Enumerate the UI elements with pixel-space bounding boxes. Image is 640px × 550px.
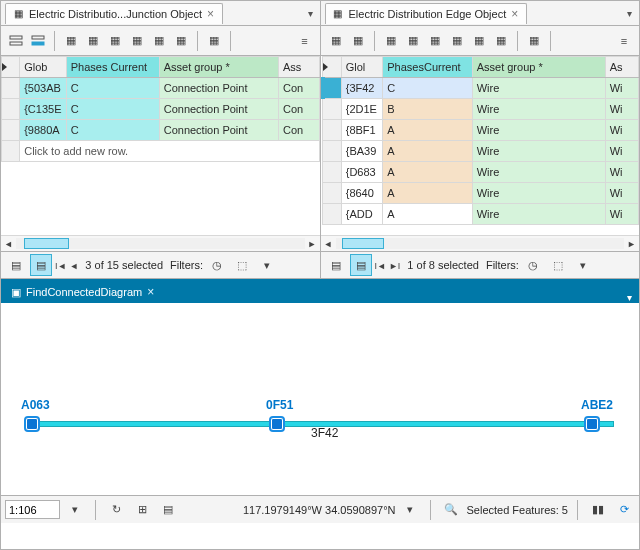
- table-row[interactable]: {8640AWireWi: [323, 183, 639, 204]
- basemap-icon[interactable]: ▤: [157, 499, 179, 521]
- row-header[interactable]: [323, 78, 342, 99]
- cell[interactable]: {9880A: [20, 120, 67, 141]
- cell[interactable]: C: [383, 78, 472, 99]
- add-tool-icon[interactable]: ▦: [380, 30, 402, 52]
- close-icon[interactable]: ×: [511, 8, 518, 20]
- cell[interactable]: A: [383, 141, 472, 162]
- cell[interactable]: Wire: [472, 204, 605, 225]
- first-icon[interactable]: I◄: [55, 261, 66, 271]
- scale-input[interactable]: [5, 500, 60, 519]
- next-icon[interactable]: ►I: [389, 261, 400, 271]
- filter-time-icon[interactable]: ◷: [206, 254, 228, 276]
- tab-diagram[interactable]: ▣ FindConnectedDiagram ×: [5, 281, 163, 303]
- cell[interactable]: Wi: [605, 78, 638, 99]
- scroll-right-icon[interactable]: ►: [305, 236, 320, 251]
- add-tool-icon[interactable]: ▦: [60, 30, 82, 52]
- table-row[interactable]: {503ABCConnection PointCon: [2, 78, 320, 99]
- corner-cell[interactable]: [2, 57, 20, 78]
- prev-icon[interactable]: ◄: [69, 261, 78, 271]
- row-header[interactable]: [323, 99, 342, 120]
- cell[interactable]: C: [66, 78, 159, 99]
- cell[interactable]: Connection Point: [159, 99, 278, 120]
- cell[interactable]: Wire: [472, 141, 605, 162]
- tab-junction[interactable]: ▦ Electric Distributio...Junction Object…: [5, 3, 223, 24]
- cell[interactable]: Wi: [605, 99, 638, 120]
- col-asset-group[interactable]: Asset group *: [472, 57, 605, 78]
- row-header[interactable]: [323, 120, 342, 141]
- tabstrip-dropdown-icon[interactable]: ▾: [624, 292, 635, 303]
- cell[interactable]: A: [383, 120, 472, 141]
- zoom-tool-icon[interactable]: ▦: [490, 30, 512, 52]
- pause-icon[interactable]: ▮▮: [587, 499, 609, 521]
- hscroll-right[interactable]: ◄ ►: [321, 235, 640, 251]
- rotate-icon[interactable]: ↻: [105, 499, 127, 521]
- cell[interactable]: Wi: [605, 120, 638, 141]
- cell[interactable]: {C135E: [20, 99, 67, 120]
- diagram-node[interactable]: [271, 418, 283, 430]
- col-phases[interactable]: PhasesCurrent: [383, 57, 472, 78]
- filter-extent-icon[interactable]: ⬚: [547, 254, 569, 276]
- row-header[interactable]: [323, 141, 342, 162]
- filter-time-icon[interactable]: ◷: [522, 254, 544, 276]
- clear-tool-icon[interactable]: ▦: [468, 30, 490, 52]
- cell[interactable]: Wire: [472, 78, 605, 99]
- diagram-node[interactable]: [586, 418, 598, 430]
- cell[interactable]: Con: [279, 99, 319, 120]
- col-glob[interactable]: Glol: [341, 57, 383, 78]
- tabstrip-dropdown-icon[interactable]: ▾: [305, 8, 316, 19]
- table-row[interactable]: {3F42CWireWi: [323, 78, 639, 99]
- table-row[interactable]: {8BF1AWireWi: [323, 120, 639, 141]
- snap-icon[interactable]: ⊞: [131, 499, 153, 521]
- scroll-right-icon[interactable]: ►: [624, 236, 639, 251]
- cell[interactable]: Wire: [472, 183, 605, 204]
- tabstrip-dropdown-icon[interactable]: ▾: [624, 8, 635, 19]
- cell[interactable]: {8640: [341, 183, 383, 204]
- scroll-left-icon[interactable]: ◄: [1, 236, 16, 251]
- table-row[interactable]: {BA39AWireWi: [323, 141, 639, 162]
- menu-icon[interactable]: ≡: [294, 30, 316, 52]
- table-row[interactable]: {9880ACConnection PointCon: [2, 120, 320, 141]
- cell[interactable]: Wi: [605, 141, 638, 162]
- field-tool2-icon[interactable]: ▦: [347, 30, 369, 52]
- copy-tool-icon[interactable]: ▦: [104, 30, 126, 52]
- cell[interactable]: Con: [279, 120, 319, 141]
- filter-funnel-icon[interactable]: ▾: [572, 254, 594, 276]
- cell[interactable]: {ADD: [341, 204, 383, 225]
- cell[interactable]: Con: [279, 78, 319, 99]
- field-tool2-icon[interactable]: [27, 30, 49, 52]
- filter-extent-icon[interactable]: ⬚: [231, 254, 253, 276]
- clear-tool-icon[interactable]: ▦: [148, 30, 170, 52]
- refresh-icon[interactable]: ⟳: [613, 499, 635, 521]
- cell[interactable]: {2D1E: [341, 99, 383, 120]
- cell[interactable]: {D683: [341, 162, 383, 183]
- col-ass[interactable]: As: [605, 57, 638, 78]
- diagram-canvas[interactable]: 3F42 A0630F51ABE2: [1, 303, 639, 495]
- cell[interactable]: A: [383, 183, 472, 204]
- cell[interactable]: Wire: [472, 162, 605, 183]
- cell[interactable]: Wire: [472, 120, 605, 141]
- copy-tool-icon[interactable]: ▦: [424, 30, 446, 52]
- view-selected-icon[interactable]: ▤: [350, 254, 372, 276]
- row-header[interactable]: [2, 78, 20, 99]
- hscroll-left[interactable]: ◄ ►: [1, 235, 320, 251]
- cell[interactable]: {BA39: [341, 141, 383, 162]
- select-tool-icon[interactable]: ▦: [446, 30, 468, 52]
- cell[interactable]: Connection Point: [159, 120, 278, 141]
- cell[interactable]: A: [383, 204, 472, 225]
- cell[interactable]: C: [66, 120, 159, 141]
- col-ass[interactable]: Ass: [279, 57, 319, 78]
- cell[interactable]: {3F42: [341, 78, 383, 99]
- row-header[interactable]: [2, 120, 20, 141]
- table-row[interactable]: {ADDAWireWi: [323, 204, 639, 225]
- tab-edge[interactable]: ▦ Electric Distribution Edge Object ×: [325, 3, 528, 24]
- view-selected-icon[interactable]: ▤: [30, 254, 52, 276]
- selection-tool-icon[interactable]: ▦: [523, 30, 545, 52]
- filter-funnel-icon[interactable]: ▾: [256, 254, 278, 276]
- cell[interactable]: {8BF1: [341, 120, 383, 141]
- selection-tool-icon[interactable]: ▦: [203, 30, 225, 52]
- corner-cell[interactable]: [323, 57, 342, 78]
- close-icon[interactable]: ×: [147, 285, 154, 299]
- zoom-selected-icon[interactable]: 🔍: [440, 499, 462, 521]
- col-phases[interactable]: Phases Current: [66, 57, 159, 78]
- diagram-node[interactable]: [26, 418, 38, 430]
